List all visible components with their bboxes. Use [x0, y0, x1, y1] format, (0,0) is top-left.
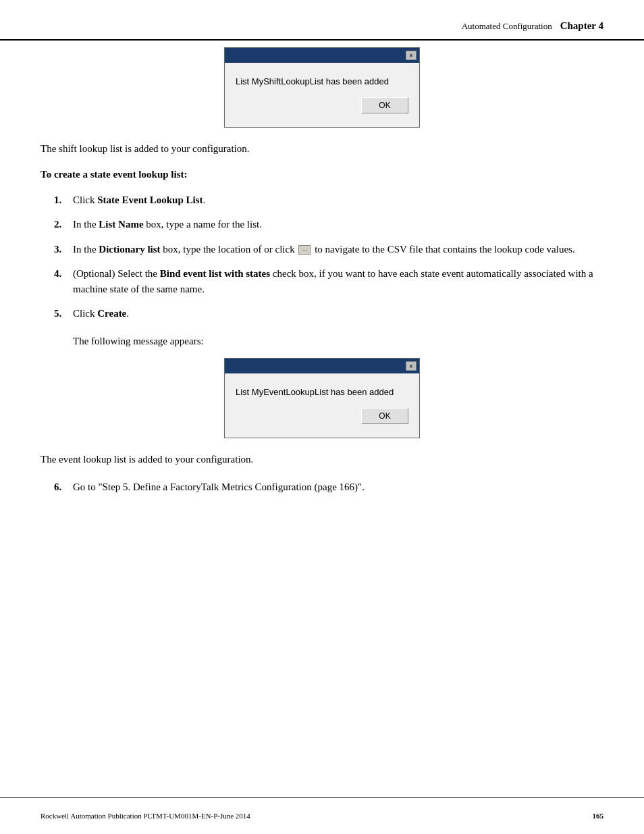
step2-content: In the List Name box, type a name for th…	[73, 217, 603, 232]
dialog1-footer: OK	[236, 97, 408, 119]
step6-content: Go to "Step 5. Define a FactoryTalk Metr…	[73, 479, 603, 495]
section-heading: To create a state event lookup list:	[41, 169, 603, 180]
footer-page-number: 165	[593, 812, 604, 820]
step1-bold: State Event Lookup List	[97, 194, 203, 205]
step6-num: 6.	[54, 479, 73, 495]
step5-num: 5.	[54, 306, 73, 321]
chapter-label: Chapter 4	[560, 20, 603, 32]
step-3: 3. In the Dictionary list box, type the …	[54, 242, 603, 257]
step-6: 6. Go to "Step 5. Define a FactoryTalk M…	[54, 479, 603, 495]
dialog1-titlebar: ×	[225, 48, 419, 63]
step3-bold: Dictionary list	[99, 244, 160, 255]
step1-content: Click State Event Lookup List.	[73, 192, 603, 208]
para1: The shift lookup list is added to your c…	[41, 141, 603, 157]
page-footer: Rockwell Automation Publication PLTMT-UM…	[0, 797, 644, 834]
dialog2: × List MyEventLookupList has been added …	[224, 358, 420, 438]
dialog2-ok-button[interactable]: OK	[361, 408, 408, 424]
page-header: Automated Configuration Chapter 4	[0, 0, 644, 41]
browse-button-icon: ···	[298, 245, 311, 255]
dialog1: × List MyShiftLookupList has been added …	[224, 47, 420, 128]
step3-content: In the Dictionary list box, type the loc…	[73, 242, 603, 257]
step5-content: Click Create.	[73, 306, 603, 321]
step-4: 4. (Optional) Select the Bind event list…	[54, 266, 603, 296]
step4-bold: Bind event list with states	[160, 268, 270, 279]
dialog1-close-button[interactable]: ×	[406, 51, 417, 60]
sub-para: The following message appears:	[73, 334, 603, 349]
step4-num: 4.	[54, 266, 73, 282]
step6-list: 6. Go to "Step 5. Define a FactoryTalk M…	[54, 479, 603, 495]
section-label: Automated Configuration	[462, 21, 552, 32]
step5-bold: Create	[97, 308, 126, 319]
step-2: 2. In the List Name box, type a name for…	[54, 217, 603, 232]
step4-content: (Optional) Select the Bind event list wi…	[73, 266, 603, 296]
step1-num: 1.	[54, 192, 73, 208]
dialog2-wrapper: × List MyEventLookupList has been added …	[41, 358, 603, 438]
page-content: × List MyShiftLookupList has been added …	[41, 47, 603, 793]
dialog2-body: List MyEventLookupList has been added OK	[225, 373, 419, 438]
dialog1-body: List MyShiftLookupList has been added OK	[225, 63, 419, 127]
steps-list: 1. Click State Event Lookup List. 2. In …	[54, 192, 603, 321]
dialog2-close-button[interactable]: ×	[406, 361, 417, 371]
dialog2-footer: OK	[236, 408, 408, 429]
step3-num: 3.	[54, 242, 73, 257]
step-5: 5. Click Create.	[54, 306, 603, 321]
dialog1-message: List MyShiftLookupList has been added	[236, 76, 408, 86]
footer-publication: Rockwell Automation Publication PLTMT-UM…	[41, 812, 250, 820]
header-area: Automated Configuration Chapter 4	[462, 20, 603, 32]
step-1: 1. Click State Event Lookup List.	[54, 192, 603, 208]
step2-bold: List Name	[99, 219, 143, 230]
para2: The event lookup list is added to your c…	[41, 452, 603, 467]
dialog2-message: List MyEventLookupList has been added	[236, 387, 408, 397]
dialog1-ok-button[interactable]: OK	[361, 97, 408, 113]
step2-num: 2.	[54, 217, 73, 232]
dialog1-wrapper: × List MyShiftLookupList has been added …	[41, 47, 603, 128]
dialog2-titlebar: ×	[225, 359, 419, 373]
